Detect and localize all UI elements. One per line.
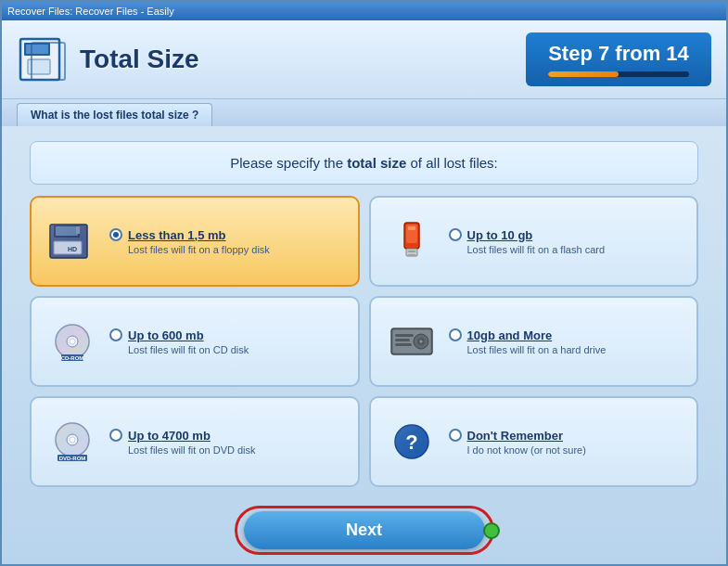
option-upto4700mb-desc: Lost files will fit on DVD disk (128, 444, 256, 456)
instruction-prefix: Please specify the (230, 155, 347, 171)
option-10gbmore-radio[interactable] (449, 328, 462, 341)
option-upto600mb-label-row: Up to 600 mb (109, 328, 249, 342)
option-10gbmore-label-row: 10gb and More (449, 328, 607, 342)
title-bar: Recover Files: Recover Files - Easily (2, 2, 726, 20)
step-progress (548, 71, 689, 77)
svg-text:CD-ROM: CD-ROM (61, 355, 84, 361)
option-dontremember-desc: I do not know (or not sure) (467, 444, 586, 456)
option-10gbmore-text: 10gb and More Lost files will fit on a h… (449, 328, 607, 355)
option-upto600mb[interactable]: CD-ROM Up to 600 mb (30, 296, 360, 387)
option-upto4700mb-text: Up to 4700 mb Lost files will fit on DVD… (109, 429, 256, 456)
option-less1mb[interactable]: HD Less than 1,5 mb (30, 196, 360, 287)
option-dontremember-label-row: Don't Remember (449, 429, 586, 443)
next-button[interactable]: Next (244, 511, 485, 549)
svg-point-22 (70, 339, 75, 344)
instruction-suffix: of all lost files: (406, 155, 497, 171)
app-icon (17, 33, 69, 85)
dvd-icon: DVD-ROM (45, 418, 100, 465)
option-dontremember-text: Don't Remember I do not know (or not sur… (449, 429, 586, 456)
option-dontremember-name: Don't Remember (467, 429, 564, 443)
svg-rect-32 (395, 343, 412, 346)
option-upto10gb-radio[interactable] (449, 228, 462, 241)
floppy-icon: HD (45, 218, 100, 264)
option-upto4700mb[interactable]: DVD-ROM Up to 4700 mb (30, 396, 360, 487)
svg-rect-12 (50, 225, 87, 258)
instruction-box: Please specify the total size of all los… (30, 141, 698, 185)
footer: Next (2, 502, 726, 564)
hdd-icon (384, 318, 440, 365)
option-upto600mb-text: Up to 600 mb Lost files will fit on CD d… (109, 328, 249, 355)
svg-rect-30 (395, 334, 414, 337)
step-progress-bar (548, 71, 619, 77)
option-less1mb-text: Less than 1,5 mb Lost files will fit on … (109, 228, 270, 255)
option-less1mb-desc: Lost files will fit on a floppy disk (128, 244, 270, 255)
tab-bar: What is the lost files total size ? (2, 99, 726, 126)
option-less1mb-name: Less than 1,5 mb (128, 228, 225, 242)
option-upto10gb-text: Up to 10 gb Lost files will fit on a fla… (449, 228, 606, 255)
option-upto10gb-label-row: Up to 10 gb (449, 228, 606, 242)
option-10gbmore-name: 10gb and More (467, 328, 553, 342)
option-upto10gb[interactable]: Up to 10 gb Lost files will fit on a fla… (369, 196, 699, 287)
option-10gbmore-desc: Lost files will fit on a hard drive (467, 344, 607, 355)
option-10gbmore[interactable]: 10gb and More Lost files will fit on a h… (369, 296, 699, 387)
tab-what-is-size[interactable]: What is the lost files total size ? (17, 103, 212, 126)
svg-text:DVD-ROM: DVD-ROM (59, 456, 86, 461)
svg-text:?: ? (405, 431, 417, 454)
svg-rect-18 (408, 254, 415, 256)
option-dontremember-radio[interactable] (449, 429, 462, 442)
option-less1mb-label-row: Less than 1,5 mb (109, 228, 270, 242)
option-upto4700mb-radio[interactable] (109, 429, 122, 442)
option-dontremember[interactable]: ? Don't Remember I do no (369, 396, 699, 487)
option-upto600mb-desc: Lost files will fit on CD disk (128, 344, 249, 355)
option-upto10gb-name: Up to 10 gb (467, 228, 533, 242)
next-btn-wrapper: Next (244, 511, 485, 549)
header-title: Total Size (80, 45, 199, 74)
option-upto10gb-desc: Lost files will fit on a flash card (467, 244, 606, 255)
header-left: Total Size (17, 33, 199, 85)
step-badge: Step 7 from 14 (526, 32, 711, 86)
svg-rect-31 (395, 339, 410, 341)
option-upto600mb-name: Up to 600 mb (128, 328, 204, 342)
main-content: Please specify the total size of all los… (2, 126, 726, 502)
svg-rect-17 (408, 251, 415, 252)
option-upto4700mb-name: Up to 4700 mb (128, 429, 211, 443)
options-grid: HD Less than 1,5 mb (30, 196, 698, 487)
svg-rect-3 (26, 45, 48, 54)
option-upto4700mb-label-row: Up to 4700 mb (109, 429, 256, 443)
svg-point-36 (70, 437, 75, 443)
cdrom-icon: CD-ROM (45, 318, 100, 365)
step-text: Step 7 from 14 (548, 42, 689, 66)
svg-rect-15 (408, 226, 415, 230)
usb-icon (384, 218, 440, 264)
question-icon: ? (384, 418, 440, 465)
option-less1mb-radio[interactable] (109, 228, 122, 241)
header: Total Size Step 7 from 14 (2, 20, 726, 99)
instruction-bold: total size (347, 155, 406, 171)
option-upto600mb-radio[interactable] (109, 328, 122, 341)
svg-point-29 (419, 341, 422, 343)
next-btn-dot (483, 522, 500, 539)
window-title: Recover Files: Recover Files - Easily (7, 6, 174, 17)
